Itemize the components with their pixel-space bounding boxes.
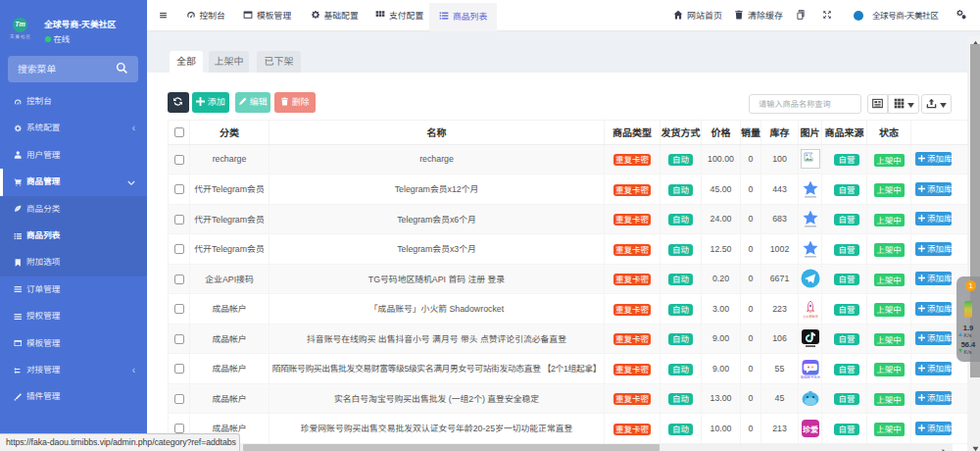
svg-text:小火箭账号: 小火箭账号: [803, 315, 818, 319]
svg-text:陌陌账号批发: 陌陌账号批发: [801, 375, 820, 378]
svg-text:珍爱: 珍爱: [803, 426, 818, 434]
